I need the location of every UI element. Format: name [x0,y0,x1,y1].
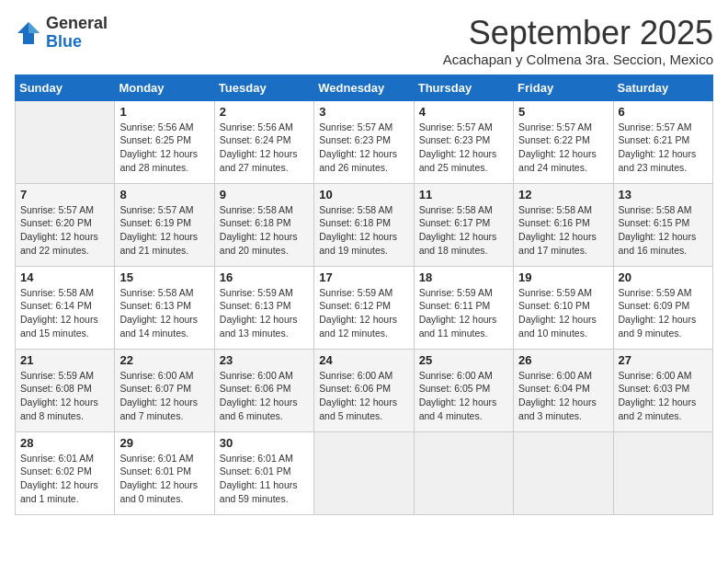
day-number: 5 [518,105,608,119]
day-number: 18 [419,270,508,284]
day-number: 11 [419,188,508,201]
calendar-cell: 2Sunrise: 5:56 AMSunset: 6:24 PMDaylight… [214,100,313,183]
day-info: Sunrise: 5:59 AMSunset: 6:09 PMDaylight:… [619,286,708,340]
day-info: Sunrise: 5:58 AMSunset: 6:16 PMDaylight:… [518,203,608,258]
calendar-cell: 29Sunrise: 6:01 AMSunset: 6:01 PMDayligh… [115,431,214,514]
day-number: 27 [619,353,708,367]
day-info: Sunrise: 5:58 AMSunset: 6:13 PMDaylight:… [119,286,209,340]
day-number: 25 [419,353,508,367]
day-info: Sunrise: 5:59 AMSunset: 6:12 PMDaylight:… [319,286,408,340]
day-info: Sunrise: 5:58 AMSunset: 6:14 PMDaylight:… [20,286,109,340]
day-number: 29 [119,436,209,450]
day-info: Sunrise: 6:00 AMSunset: 6:05 PMDaylight:… [419,369,508,423]
calendar-cell: 24Sunrise: 6:00 AMSunset: 6:06 PMDayligh… [314,349,414,431]
day-info: Sunrise: 6:00 AMSunset: 6:06 PMDaylight:… [319,369,408,423]
day-number: 19 [518,270,608,284]
day-number: 23 [220,353,309,367]
day-info: Sunrise: 5:57 AMSunset: 6:23 PMDaylight:… [419,121,508,175]
day-number: 13 [619,188,708,201]
calendar-cell: 1Sunrise: 5:56 AMSunset: 6:25 PMDaylight… [115,100,214,183]
calendar-cell: 13Sunrise: 5:58 AMSunset: 6:15 PMDayligh… [613,183,712,266]
day-number: 4 [419,105,508,119]
day-number: 14 [20,270,109,284]
day-number: 20 [619,270,708,284]
day-number: 3 [319,105,408,119]
day-number: 2 [220,105,309,119]
svg-marker-1 [28,22,40,33]
calendar-cell: 30Sunrise: 6:01 AMSunset: 6:01 PMDayligh… [214,431,313,514]
calendar-cell: 19Sunrise: 5:59 AMSunset: 6:10 PMDayligh… [514,266,613,349]
calendar-cell: 12Sunrise: 5:58 AMSunset: 6:16 PMDayligh… [514,183,613,266]
calendar-cell: 22Sunrise: 6:00 AMSunset: 6:07 PMDayligh… [115,349,214,431]
day-number: 9 [220,188,309,201]
calendar-week-row: 7Sunrise: 5:57 AMSunset: 6:20 PMDaylight… [16,183,713,266]
logo: General Blue [15,15,108,52]
day-info: Sunrise: 6:00 AMSunset: 6:03 PMDaylight:… [619,369,708,423]
day-number: 22 [119,353,209,367]
day-info: Sunrise: 5:57 AMSunset: 6:21 PMDaylight:… [619,121,708,175]
calendar-cell: 8Sunrise: 5:57 AMSunset: 6:19 PMDaylight… [115,183,214,266]
weekday-row: SundayMondayTuesdayWednesdayThursdayFrid… [16,75,713,100]
day-number: 26 [518,353,608,367]
calendar-cell: 7Sunrise: 5:57 AMSunset: 6:20 PMDaylight… [16,183,115,266]
weekday-header: Monday [115,75,214,100]
calendar-week-row: 28Sunrise: 6:01 AMSunset: 6:02 PMDayligh… [16,431,713,514]
day-info: Sunrise: 5:57 AMSunset: 6:19 PMDaylight:… [119,203,209,258]
day-number: 6 [619,105,708,119]
day-number: 17 [319,270,408,284]
calendar-cell: 25Sunrise: 6:00 AMSunset: 6:05 PMDayligh… [414,349,513,431]
calendar-cell [613,431,712,514]
calendar-cell: 10Sunrise: 5:58 AMSunset: 6:18 PMDayligh… [314,183,414,266]
day-info: Sunrise: 6:00 AMSunset: 6:04 PMDaylight:… [518,369,608,423]
calendar-cell: 15Sunrise: 5:58 AMSunset: 6:13 PMDayligh… [115,266,214,349]
day-info: Sunrise: 6:01 AMSunset: 6:01 PMDaylight:… [220,452,309,506]
calendar-cell: 18Sunrise: 5:59 AMSunset: 6:11 PMDayligh… [414,266,513,349]
calendar-cell: 9Sunrise: 5:58 AMSunset: 6:18 PMDaylight… [214,183,313,266]
day-info: Sunrise: 6:01 AMSunset: 6:02 PMDaylight:… [20,452,109,506]
calendar-cell: 20Sunrise: 5:59 AMSunset: 6:09 PMDayligh… [613,266,712,349]
calendar-cell: 3Sunrise: 5:57 AMSunset: 6:23 PMDaylight… [314,100,414,183]
calendar-cell [514,431,613,514]
weekday-header: Saturday [613,75,712,100]
day-info: Sunrise: 5:59 AMSunset: 6:10 PMDaylight:… [518,286,608,340]
calendar-cell: 4Sunrise: 5:57 AMSunset: 6:23 PMDaylight… [414,100,513,183]
weekday-header: Thursday [414,75,513,100]
day-info: Sunrise: 5:57 AMSunset: 6:23 PMDaylight:… [319,121,408,175]
calendar-cell: 6Sunrise: 5:57 AMSunset: 6:21 PMDaylight… [613,100,712,183]
calendar-cell: 23Sunrise: 6:00 AMSunset: 6:06 PMDayligh… [214,349,313,431]
day-info: Sunrise: 5:57 AMSunset: 6:20 PMDaylight:… [20,203,109,258]
day-number: 10 [319,188,408,201]
weekday-header: Friday [514,75,613,100]
day-info: Sunrise: 5:58 AMSunset: 6:15 PMDaylight:… [619,203,708,258]
day-info: Sunrise: 6:01 AMSunset: 6:01 PMDaylight:… [119,452,209,506]
day-number: 15 [119,270,209,284]
weekday-header: Sunday [16,75,115,100]
day-number: 8 [119,188,209,201]
logo-text: General Blue [46,15,108,52]
calendar-cell: 5Sunrise: 5:57 AMSunset: 6:22 PMDaylight… [514,100,613,183]
day-number: 12 [518,188,608,201]
calendar-week-row: 1Sunrise: 5:56 AMSunset: 6:25 PMDaylight… [16,100,713,183]
calendar-week-row: 21Sunrise: 5:59 AMSunset: 6:08 PMDayligh… [16,349,713,431]
calendar-cell [414,431,513,514]
day-number: 24 [319,353,408,367]
day-info: Sunrise: 5:58 AMSunset: 6:18 PMDaylight:… [220,203,309,258]
day-info: Sunrise: 6:00 AMSunset: 6:07 PMDaylight:… [119,369,209,423]
calendar-body: 1Sunrise: 5:56 AMSunset: 6:25 PMDaylight… [16,100,713,514]
day-info: Sunrise: 5:57 AMSunset: 6:22 PMDaylight:… [518,121,608,175]
day-number: 30 [220,436,309,450]
month-title: September 2025 [443,15,713,52]
day-info: Sunrise: 5:59 AMSunset: 6:11 PMDaylight:… [419,286,508,340]
calendar-cell: 26Sunrise: 6:00 AMSunset: 6:04 PMDayligh… [514,349,613,431]
day-info: Sunrise: 5:56 AMSunset: 6:25 PMDaylight:… [119,121,209,175]
day-info: Sunrise: 5:58 AMSunset: 6:17 PMDaylight:… [419,203,508,258]
day-number: 1 [119,105,209,119]
day-info: Sunrise: 5:56 AMSunset: 6:24 PMDaylight:… [220,121,309,175]
day-info: Sunrise: 6:00 AMSunset: 6:06 PMDaylight:… [220,369,309,423]
day-info: Sunrise: 5:59 AMSunset: 6:08 PMDaylight:… [20,369,109,423]
day-number: 28 [20,436,109,450]
calendar-table: SundayMondayTuesdayWednesdayThursdayFrid… [15,75,713,515]
weekday-header: Tuesday [214,75,313,100]
page-header: General Blue September 2025 Acachapan y … [15,15,713,67]
calendar-cell [314,431,414,514]
